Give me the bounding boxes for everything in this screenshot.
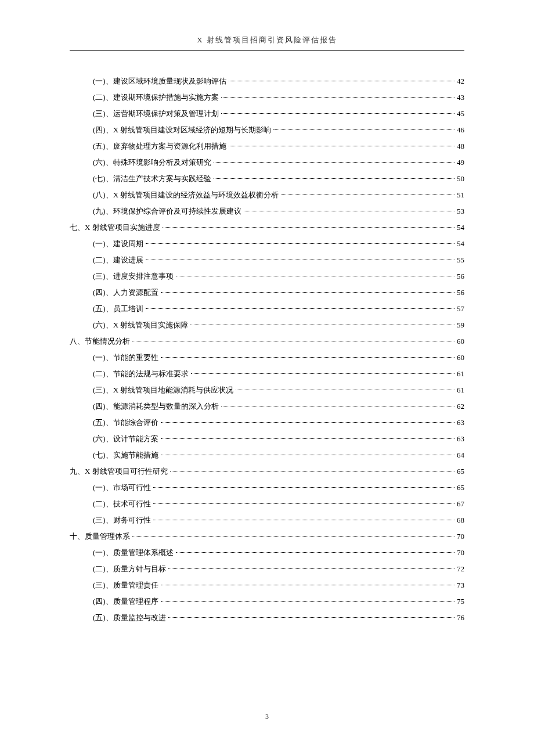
toc-leader-dots	[161, 601, 454, 602]
toc-page-number: 73	[457, 578, 464, 593]
toc-page-number: 61	[457, 383, 464, 398]
toc-page-number: 53	[457, 204, 464, 219]
toc-page-number: 63	[457, 431, 464, 447]
toc-leader-dots	[161, 292, 454, 293]
toc-label: (三)、财务可行性	[93, 513, 151, 528]
toc-leader-dots	[176, 552, 454, 553]
toc-entry: (三)、X 射线管项目地能源消耗与供应状况61	[70, 383, 464, 398]
toc-leader-dots	[146, 308, 454, 309]
toc-label: (七)、清洁生产技术方案与实践经验	[93, 171, 211, 186]
toc-page-number: 54	[457, 220, 464, 235]
toc-label: (一)、市场可行性	[93, 480, 151, 495]
toc-leader-dots	[146, 260, 454, 260]
toc-page-number: 60	[457, 350, 464, 365]
toc-entry: (四)、能源消耗类型与数量的深入分析62	[70, 399, 464, 414]
toc-label: (五)、节能综合评价	[93, 415, 158, 430]
toc-leader-dots	[244, 211, 454, 211]
toc-page-number: 75	[457, 594, 464, 609]
toc-entry: (七)、实施节能措施64	[70, 448, 464, 463]
toc-entry: (一)、市场可行性65	[70, 480, 464, 495]
toc-page-number: 65	[457, 464, 464, 479]
toc-page-number: 76	[457, 610, 464, 625]
toc-leader-dots	[132, 341, 454, 341]
toc-entry: (八)、X 射线管项目建设的经济效益与环境效益权衡分析51	[70, 188, 464, 203]
toc-leader-dots	[170, 471, 454, 471]
toc-label: 九、X 射线管项目可行性研究	[70, 464, 168, 479]
toc-leader-dots	[163, 227, 454, 228]
toc-leader-dots	[229, 146, 454, 146]
page-number: 3	[0, 712, 534, 721]
toc-entry: (二)、建设进展55	[70, 253, 464, 268]
toc-label: (一)、质量管理体系概述	[93, 545, 174, 560]
toc-page-number: 43	[457, 90, 464, 105]
toc-entry: (二)、建设期环境保护措施与实施方案43	[70, 90, 464, 105]
toc-entry: (六)、特殊环境影响分析及对策研究49	[70, 155, 464, 170]
toc-page-number: 62	[457, 399, 464, 414]
toc-label: (二)、节能的法规与标准要求	[93, 366, 189, 381]
toc-entry: (二)、节能的法规与标准要求61	[70, 366, 464, 381]
toc-leader-dots	[161, 585, 454, 585]
toc-entry: (五)、员工培训57	[70, 301, 464, 316]
toc-page-number: 68	[457, 513, 464, 528]
toc-label: (一)、节能的重要性	[93, 350, 158, 365]
toc-leader-dots	[161, 438, 454, 439]
toc-entry: (六)、X 射线管项目实施保障59	[70, 318, 464, 333]
toc-label: 十、质量管理体系	[70, 529, 130, 544]
toc-entry: (一)、建设区域环境质量现状及影响评估42	[70, 74, 464, 89]
toc-label: (三)、运营期环境保护对策及管理计划	[93, 106, 219, 121]
toc-entry: (一)、质量管理体系概述70	[70, 545, 464, 560]
toc-leader-dots	[168, 617, 454, 618]
toc-label: (九)、环境保护综合评价及可持续性发展建议	[93, 204, 241, 219]
toc-leader-dots	[281, 195, 454, 195]
toc-page-number: 45	[457, 106, 464, 121]
toc-entry: (三)、财务可行性68	[70, 513, 464, 528]
toc-label: (三)、进度安排注意事项	[93, 269, 174, 284]
toc-entry: (五)、节能综合评价63	[70, 415, 464, 430]
toc-entry: (四)、质量管理程序75	[70, 594, 464, 609]
toc-page-number: 60	[457, 334, 464, 349]
toc-entry: 七、X 射线管项目实施进度54	[70, 220, 464, 235]
toc-entry: 八、节能情况分析60	[70, 334, 464, 349]
toc-leader-dots	[153, 520, 454, 520]
toc-label: (六)、特殊环境影响分析及对策研究	[93, 155, 211, 170]
toc-entry: (九)、环境保护综合评价及可持续性发展建议53	[70, 204, 464, 219]
toc-page-number: 63	[457, 415, 464, 430]
toc-label: (二)、质量方针与目标	[93, 561, 166, 577]
toc-page-number: 55	[457, 253, 464, 268]
toc-leader-dots	[161, 422, 454, 423]
toc-page-number: 61	[457, 366, 464, 381]
toc-leader-dots	[221, 113, 454, 114]
toc-leader-dots	[214, 162, 454, 163]
toc-leader-dots	[168, 568, 454, 569]
toc-entry: (一)、建设周期54	[70, 236, 464, 251]
toc-label: (八)、X 射线管项目建设的经济效益与环境效益权衡分析	[93, 188, 279, 203]
toc-page-number: 72	[457, 561, 464, 577]
toc-label: (四)、X 射线管项目建设对区域经济的短期与长期影响	[93, 123, 271, 138]
toc-leader-dots	[221, 97, 454, 98]
toc-label: (四)、质量管理程序	[93, 594, 158, 609]
table-of-contents: (一)、建设区域环境质量现状及影响评估42(二)、建设期环境保护措施与实施方案4…	[70, 74, 464, 625]
toc-entry: (三)、进度安排注意事项56	[70, 269, 464, 284]
toc-leader-dots	[273, 129, 454, 130]
toc-leader-dots	[229, 81, 454, 81]
toc-leader-dots	[146, 243, 454, 244]
toc-entry: (一)、节能的重要性60	[70, 350, 464, 365]
toc-page-number: 67	[457, 496, 464, 512]
toc-label: (二)、技术可行性	[93, 496, 151, 512]
toc-label: 八、节能情况分析	[70, 334, 130, 349]
toc-label: (二)、建设进展	[93, 253, 143, 268]
toc-entry: (七)、清洁生产技术方案与实践经验50	[70, 171, 464, 186]
toc-leader-dots	[236, 390, 454, 390]
toc-leader-dots	[221, 406, 454, 406]
toc-leader-dots	[161, 357, 454, 358]
toc-page-number: 46	[457, 123, 464, 138]
toc-label: (一)、建设区域环境质量现状及影响评估	[93, 74, 226, 89]
toc-label: (六)、设计节能方案	[93, 431, 158, 447]
toc-page-number: 50	[457, 171, 464, 186]
toc-leader-dots	[153, 487, 454, 488]
toc-entry: (六)、设计节能方案63	[70, 431, 464, 447]
toc-label: 七、X 射线管项目实施进度	[70, 220, 160, 235]
toc-page-number: 51	[457, 188, 464, 203]
toc-page-number: 70	[457, 529, 464, 544]
toc-label: (三)、质量管理责任	[93, 578, 158, 593]
